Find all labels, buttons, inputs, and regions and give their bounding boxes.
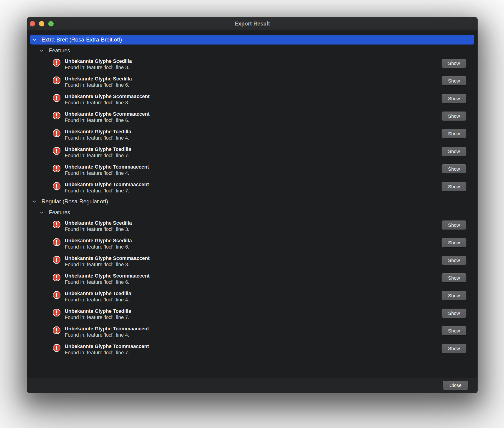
warning-octagon-icon	[53, 76, 60, 85]
warning-octagon-icon	[53, 238, 60, 247]
font-section-header[interactable]: Extra-Breit (Rosa-Extra-Breit.otf)	[30, 35, 474, 44]
warning-title: Unbekannte Glyphe Scommaaccent	[65, 111, 150, 117]
show-button[interactable]: Show	[442, 238, 466, 247]
warning-title: Unbekannte Glyphe Scedilla	[65, 58, 132, 65]
show-button[interactable]: Show	[442, 273, 466, 282]
font-section-label: Extra-Breit (Rosa-Extra-Breit.otf)	[42, 36, 122, 43]
zoom-window-button[interactable]	[48, 21, 54, 26]
warning-detail: Found in: feature 'locl', line 6.	[65, 82, 132, 88]
warning-text: Unbekannte Glyphe Tcommaaccent Found in:…	[65, 164, 149, 176]
dialog-footer: Close	[27, 378, 478, 393]
export-result-window: Export Result Extra-Breit (Rosa-Extra-Br…	[27, 17, 478, 393]
warning-title: Unbekannte Glyphe Scedilla	[65, 220, 132, 226]
window-title: Export Result	[27, 21, 478, 27]
warning-text: Unbekannte Glyphe Scedilla Found in: fea…	[65, 58, 132, 71]
show-button[interactable]: Show	[442, 112, 466, 121]
warning-title: Unbekannte Glyphe Tcedilla	[65, 290, 131, 297]
warning-detail: Found in: feature 'locl', line 7.	[65, 350, 149, 356]
show-button[interactable]: Show	[442, 182, 466, 191]
warning-title: Unbekannte Glyphe Tcommaaccent	[65, 164, 149, 170]
warning-octagon-icon	[53, 309, 60, 317]
warning-row: Unbekannte Glyphe Scedilla Found in: fea…	[30, 76, 474, 89]
warning-octagon-icon	[53, 59, 60, 67]
show-button[interactable]: Show	[442, 129, 466, 138]
warning-title: Unbekannte Glyphe Scedilla	[65, 238, 132, 244]
warning-text: Unbekannte Glyphe Scedilla Found in: fea…	[65, 238, 132, 250]
warning-detail: Found in: feature 'locl', line 7.	[65, 153, 131, 159]
features-group-header[interactable]: Features	[30, 207, 474, 217]
warning-octagon-icon	[53, 129, 60, 138]
warning-row: Unbekannte Glyphe Scommaaccent Found in:…	[30, 93, 474, 107]
warning-list: Unbekannte Glyphe Scedilla Found in: fea…	[27, 220, 478, 357]
warning-octagon-icon	[53, 273, 60, 282]
warning-text: Unbekannte Glyphe Tcedilla Found in: fea…	[65, 290, 131, 303]
warning-text: Unbekannte Glyphe Scommaaccent Found in:…	[65, 255, 150, 268]
warning-detail: Found in: feature 'locl', line 6.	[65, 117, 150, 123]
warning-title: Unbekannte Glyphe Tcedilla	[65, 128, 131, 135]
warning-row: Unbekannte Glyphe Tcommaaccent Found in:…	[30, 326, 474, 339]
warning-octagon-icon	[53, 221, 60, 229]
warning-title: Unbekannte Glyphe Scommaaccent	[65, 93, 150, 100]
warning-row: Unbekannte Glyphe Tcommaaccent Found in:…	[30, 343, 474, 357]
warning-octagon-icon	[53, 291, 60, 299]
warning-text: Unbekannte Glyphe Scommaaccent Found in:…	[65, 93, 150, 106]
warning-title: Unbekannte Glyphe Tcedilla	[65, 308, 131, 314]
show-button[interactable]: Show	[442, 309, 466, 318]
warning-title: Unbekannte Glyphe Tcommaaccent	[65, 181, 149, 188]
chevron-down-icon[interactable]	[32, 39, 36, 41]
warning-row: Unbekannte Glyphe Tcedilla Found in: fea…	[30, 308, 474, 321]
export-result-tree: Extra-Breit (Rosa-Extra-Breit.otf) Featu…	[27, 35, 478, 357]
show-button[interactable]: Show	[442, 256, 466, 265]
features-group-label: Features	[49, 48, 70, 54]
show-button[interactable]: Show	[442, 165, 466, 173]
warning-text: Unbekannte Glyphe Tcedilla Found in: fea…	[65, 308, 131, 321]
features-group-label: Features	[49, 209, 70, 216]
warning-detail: Found in: feature 'locl', line 3.	[65, 100, 150, 106]
warning-row: Unbekannte Glyphe Scedilla Found in: fea…	[30, 220, 474, 233]
warning-detail: Found in: feature 'locl', line 4.	[65, 170, 149, 176]
warning-text: Unbekannte Glyphe Scedilla Found in: fea…	[65, 76, 132, 88]
chevron-down-icon[interactable]	[32, 200, 36, 203]
warning-detail: Found in: feature 'locl', line 4.	[65, 135, 131, 141]
font-section: Extra-Breit (Rosa-Extra-Breit.otf) Featu…	[27, 35, 478, 195]
minimize-window-button[interactable]	[39, 21, 44, 26]
font-section-header[interactable]: Regular (Rosa-Regular.otf)	[30, 197, 474, 206]
show-button[interactable]: Show	[442, 76, 466, 85]
show-button[interactable]: Show	[442, 221, 466, 230]
window-titlebar[interactable]: Export Result	[27, 17, 478, 30]
warning-detail: Found in: feature 'locl', line 6.	[65, 279, 150, 285]
warning-text: Unbekannte Glyphe Scommaaccent Found in:…	[65, 111, 150, 123]
show-button[interactable]: Show	[442, 344, 466, 353]
traffic-lights	[30, 21, 54, 26]
warning-text: Unbekannte Glyphe Tcedilla Found in: fea…	[65, 128, 131, 141]
chevron-down-icon[interactable]	[39, 211, 44, 214]
warning-title: Unbekannte Glyphe Tcommaaccent	[65, 343, 149, 350]
warning-list: Unbekannte Glyphe Scedilla Found in: fea…	[27, 58, 478, 195]
show-button[interactable]: Show	[442, 291, 466, 300]
warning-detail: Found in: feature 'locl', line 4.	[65, 297, 131, 303]
warning-row: Unbekannte Glyphe Scommaaccent Found in:…	[30, 273, 474, 286]
warning-text: Unbekannte Glyphe Scedilla Found in: fea…	[65, 220, 132, 232]
font-section: Regular (Rosa-Regular.otf) Features Unbe…	[27, 197, 478, 357]
warning-detail: Found in: feature 'locl', line 4.	[65, 332, 149, 338]
warning-row: Unbekannte Glyphe Scommaaccent Found in:…	[30, 111, 474, 124]
warning-row: Unbekannte Glyphe Tcedilla Found in: fea…	[30, 146, 474, 159]
warning-octagon-icon	[53, 326, 60, 335]
warning-detail: Found in: feature 'locl', line 6.	[65, 244, 132, 250]
features-group-header[interactable]: Features	[30, 46, 474, 55]
warning-text: Unbekannte Glyphe Scommaaccent Found in:…	[65, 273, 150, 285]
warning-row: Unbekannte Glyphe Tcommaaccent Found in:…	[30, 181, 474, 195]
show-button[interactable]: Show	[442, 326, 466, 335]
chevron-down-icon[interactable]	[39, 49, 44, 52]
show-button[interactable]: Show	[442, 94, 466, 103]
show-button[interactable]: Show	[442, 59, 466, 68]
show-button[interactable]: Show	[442, 147, 466, 156]
warning-octagon-icon	[53, 344, 60, 352]
warning-row: Unbekannte Glyphe Scommaaccent Found in:…	[30, 255, 474, 269]
close-window-button[interactable]	[30, 21, 35, 26]
warning-detail: Found in: feature 'locl', line 3.	[65, 262, 150, 268]
warning-row: Unbekannte Glyphe Scedilla Found in: fea…	[30, 238, 474, 251]
warning-octagon-icon	[53, 256, 60, 264]
warning-detail: Found in: feature 'locl', line 7.	[65, 188, 149, 194]
close-button[interactable]: Close	[443, 381, 468, 390]
